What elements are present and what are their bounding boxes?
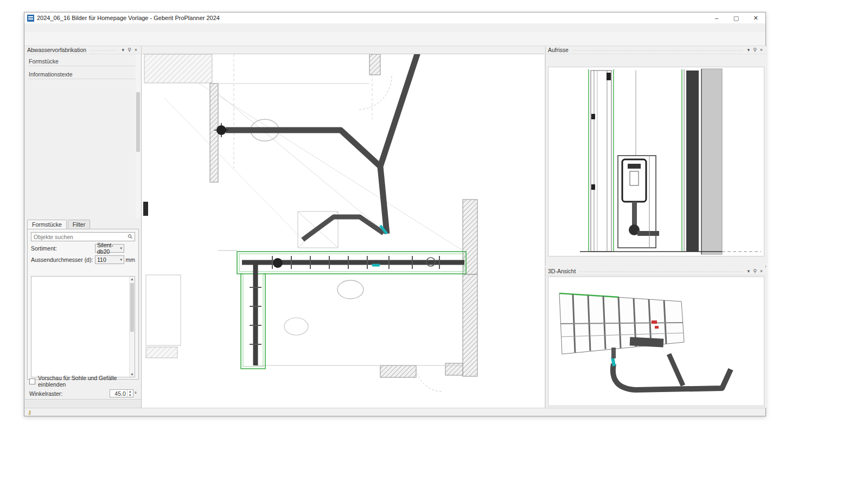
tool-palette: Formstücke Informationstexte <box>25 54 141 219</box>
tab-formstuecke[interactable]: Formstücke <box>27 220 67 229</box>
section-label-formstuecke: Formstücke <box>25 54 141 66</box>
aufriss-tabs <box>546 54 767 56</box>
viewer3d-title: 3D-Ansicht <box>548 268 576 274</box>
toolbar <box>24 32 765 46</box>
right-bottom-tabs <box>546 256 767 266</box>
formstuecke-subpanel: Formstücke Filter ⚲ Sortiment: Silent-db… <box>27 220 139 380</box>
maximize-button[interactable]: ▢ <box>726 12 746 23</box>
left-panel-bottom-tabs <box>25 399 141 408</box>
aufrisse-panel: Aufrisse ▾ ⚲ × <box>545 46 767 266</box>
tools-scrollbar[interactable] <box>136 54 141 219</box>
section-label-infotexte: Informationstexte <box>25 67 141 79</box>
title-bar: 2024_06_16 Bilder für Homepage Vorlage -… <box>24 12 765 23</box>
app-icon <box>27 15 34 22</box>
minimize-button[interactable]: – <box>707 12 726 23</box>
aufriss-drawing[interactable] <box>548 67 764 256</box>
sortiment-select[interactable]: Silent-db20▾ <box>95 244 124 253</box>
viewer3d-view[interactable] <box>548 277 764 406</box>
winkelraster-unit: ° <box>135 390 137 397</box>
search-input[interactable] <box>34 234 128 240</box>
winkelraster-stepper[interactable]: 45.0 ▲▼ <box>110 389 133 397</box>
panel-dropdown-icon[interactable]: ▾ <box>746 268 752 274</box>
diameter-label: Aussendurchmesser (d): <box>31 256 95 263</box>
chevron-down-icon: ▾ <box>120 246 122 251</box>
panel-pin-icon[interactable]: ⚲ <box>751 268 758 274</box>
panel-dropdown-icon[interactable]: ▾ <box>120 47 126 53</box>
panel-close-icon[interactable]: × <box>758 47 764 53</box>
parts-list: ▲▼ <box>31 276 135 377</box>
app-window: 2024_06_16 Bilder für Homepage Vorlage -… <box>24 12 766 416</box>
panel-dropdown-icon[interactable]: ▾ <box>746 47 752 53</box>
status-bar: ⚷ <box>24 408 765 416</box>
left-panel: Abwasservorfabrikation ▾ ⚲ × Formstücke … <box>25 46 142 408</box>
main-area <box>142 46 544 408</box>
key-icon: ⚷ <box>28 409 31 415</box>
tab-filter[interactable]: Filter <box>68 220 90 229</box>
winkelraster-label: Winkelraster: <box>29 390 62 397</box>
diameter-unit: mm <box>124 256 135 263</box>
plan-canvas[interactable] <box>142 54 544 408</box>
sortiment-label: Sortiment: <box>31 245 95 252</box>
panel-pin-icon[interactable]: ⚲ <box>751 47 758 53</box>
panel-close-icon[interactable]: × <box>133 47 139 53</box>
window-title: 2024_06_16 Bilder für Homepage Vorlage -… <box>37 15 220 21</box>
close-button[interactable]: ✕ <box>746 12 765 23</box>
left-panel-title: Abwasservorfabrikation <box>27 47 86 53</box>
document-tabs <box>142 46 544 54</box>
diameter-select[interactable]: 110▾ <box>95 255 124 264</box>
viewer3d-panel: 3D-Ansicht ▾ ⚲ × <box>545 267 767 408</box>
chevron-down-icon: ▾ <box>120 258 122 262</box>
preview-checkbox[interactable] <box>29 378 35 384</box>
aufrisse-title: Aufrisse <box>548 47 569 53</box>
panel-close-icon[interactable]: × <box>758 268 764 274</box>
panel-pin-icon[interactable]: ⚲ <box>126 47 133 53</box>
menu-bar <box>24 23 765 32</box>
preview-checkbox-label: Vorschau für Sohle und Gefälle einblende… <box>38 375 141 388</box>
parts-scrollbar[interactable]: ▲▼ <box>129 277 135 377</box>
